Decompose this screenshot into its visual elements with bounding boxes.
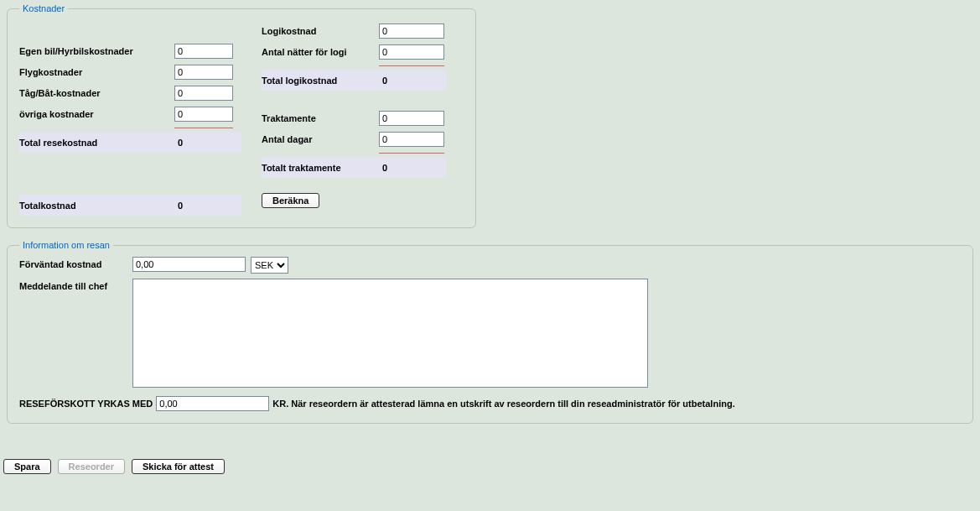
totalt-trakt-label: Totalt traktamente — [262, 163, 379, 173]
flyg-input[interactable] — [174, 65, 233, 80]
skicka-button[interactable]: Skicka för attest — [132, 459, 225, 474]
kostnader-legend: Kostnader — [19, 3, 68, 13]
totalkostnad-label: Totalkostnad — [19, 201, 174, 211]
total-rese-value: 0 — [174, 138, 241, 148]
advance-post-label: KR. När reseordern är attesterad lämna e… — [272, 399, 734, 409]
info-legend: Information om resan — [19, 240, 113, 250]
total-logi-label: Total logikostnad — [262, 76, 379, 86]
ovriga-label: övriga kostnader — [19, 109, 174, 119]
footer-toolbar: Spara Reseorder Skicka för attest — [0, 454, 980, 477]
forvantad-label: Förväntad kostnad — [19, 257, 132, 269]
forvantad-input[interactable] — [132, 257, 246, 272]
spara-button[interactable]: Spara — [3, 459, 51, 474]
traktamente-input[interactable] — [379, 111, 444, 126]
egen-bil-label: Egen bil/Hyrbilskostnader — [19, 46, 174, 56]
advance-input[interactable] — [156, 396, 269, 411]
kostnader-fieldset: Kostnader Egen bil/Hyrbilskostnader Flyg… — [7, 3, 476, 228]
egen-bil-input[interactable] — [174, 44, 233, 59]
totalt-trakt-value: 0 — [379, 163, 446, 173]
berakna-button[interactable]: Beräkna — [262, 193, 319, 208]
meddelande-label: Meddelande till chef — [19, 279, 132, 291]
logikostnad-input[interactable] — [379, 23, 444, 39]
total-logi-value: 0 — [379, 76, 446, 86]
currency-select[interactable]: SEK — [251, 257, 288, 274]
meddelande-textarea[interactable] — [132, 279, 648, 388]
logikostnad-label: Logikostnad — [262, 26, 379, 36]
info-fieldset: Information om resan Förväntad kostnad S… — [7, 240, 973, 424]
traktamente-label: Traktamente — [262, 113, 379, 123]
reseorder-button: Reseorder — [58, 459, 125, 474]
tag-input[interactable] — [174, 86, 233, 101]
antal-natter-label: Antal nätter för logi — [262, 47, 379, 57]
antal-natter-input[interactable] — [379, 44, 444, 60]
tag-label: Tåg/Båt-kostnader — [19, 88, 174, 98]
ovriga-input[interactable] — [174, 107, 233, 122]
advance-pre-label: RESEFÖRSKOTT YRKAS MED — [19, 399, 153, 409]
total-rese-label: Total resekostnad — [19, 138, 174, 148]
flyg-label: Flygkostnader — [19, 67, 174, 77]
antal-dagar-input[interactable] — [379, 132, 444, 147]
antal-dagar-label: Antal dagar — [262, 134, 379, 144]
totalkostnad-value: 0 — [174, 201, 241, 211]
